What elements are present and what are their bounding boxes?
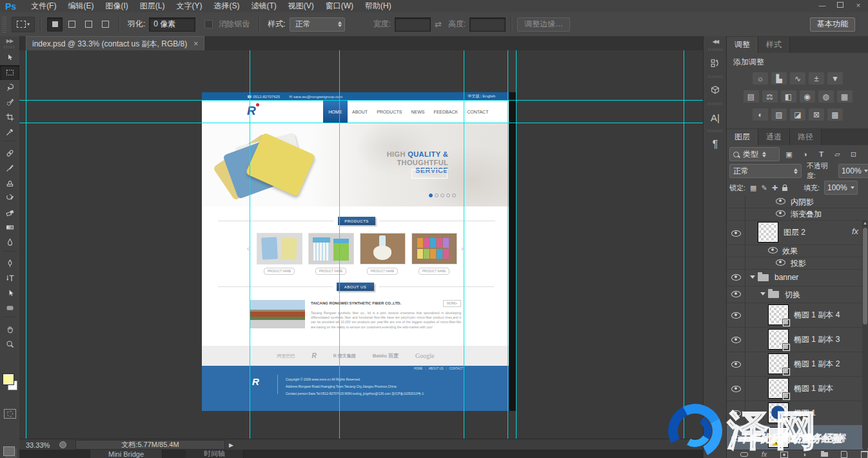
shape-layer-thumbnail[interactable] [768, 304, 789, 325]
posterize-icon[interactable]: ▨ [771, 108, 787, 121]
menu-item-layer[interactable]: 图层(L) [134, 1, 171, 12]
eye-icon[interactable] [731, 435, 741, 441]
minimize-icon[interactable]: — [815, 1, 829, 9]
delete-layer-icon[interactable] [860, 451, 868, 458]
hand-tool[interactable] [0, 322, 19, 337]
eye-icon[interactable] [776, 210, 785, 217]
hue-saturation-icon[interactable]: ▤ [744, 90, 759, 103]
tab-layers[interactable]: 图层 [727, 129, 758, 145]
crop-tool[interactable] [0, 110, 19, 124]
move-tool[interactable] [0, 50, 19, 65]
swap-dimensions-icon[interactable]: ⇄ [435, 19, 442, 29]
selection-subtract-button[interactable] [81, 17, 96, 32]
selection-intersect-button[interactable] [97, 17, 113, 32]
brush-tool[interactable] [0, 161, 19, 175]
status-menu-arrow-icon[interactable]: ▶ [229, 442, 233, 448]
eye-icon[interactable] [768, 247, 778, 254]
lock-transparency-icon[interactable]: ▦ [750, 184, 756, 192]
eye-icon[interactable] [731, 230, 741, 237]
tab-paths[interactable]: 路径 [790, 129, 822, 145]
adjustment-layer-icon[interactable]: ◑ [800, 451, 809, 458]
exposure-icon[interactable]: ± [809, 72, 824, 85]
curves-icon[interactable]: ∿ [790, 72, 805, 85]
scroll-up-icon[interactable]: ▲ [863, 221, 867, 225]
tab-styles[interactable]: 样式 [758, 37, 790, 53]
tool-preset-picker[interactable]: ▾ [12, 17, 35, 32]
workspace-button[interactable]: 基本功能 [810, 17, 855, 32]
canvas-area[interactable]: ☎ 0512-82707625 ✉ sara.wu@rongweigroup.c… [19, 50, 703, 439]
layer-effect-row-drop-shadow[interactable]: 投影 [727, 257, 868, 270]
vibrance-icon[interactable]: ▼ [827, 72, 843, 85]
eye-icon[interactable] [731, 386, 741, 392]
eye-icon[interactable] [731, 361, 741, 368]
tab-close-icon[interactable]: × [193, 39, 198, 48]
guide-horizontal-2[interactable] [19, 123, 703, 123]
invert-icon[interactable]: ◐ [753, 108, 768, 121]
guide-vertical-1[interactable] [26, 50, 26, 439]
antialias-checkbox[interactable] [204, 20, 213, 28]
menu-item-help[interactable]: 帮助(H) [359, 1, 397, 12]
threshold-icon[interactable]: ◪ [790, 108, 805, 121]
collapse-triangle-icon[interactable] [750, 275, 755, 279]
layer-row-ellipse-copy2[interactable]: 椭圆 1 副本 2 [727, 352, 868, 377]
eye-icon[interactable] [731, 291, 741, 297]
selection-new-button[interactable] [47, 17, 63, 32]
layer-row-layer2[interactable]: 图层 2 fx [727, 220, 868, 245]
gradient-map-icon[interactable]: ▩ [827, 108, 843, 121]
filter-pixel-layers-icon[interactable]: ▣ [784, 149, 794, 160]
layer-effect-row-inner-shadow[interactable]: 内阴影 [727, 195, 868, 208]
menu-item-filter[interactable]: 滤镜(T) [245, 1, 282, 12]
blend-mode-dropdown[interactable]: 正常 [729, 164, 802, 178]
eye-icon[interactable] [776, 259, 785, 266]
height-input[interactable] [469, 17, 506, 32]
screen-mode-button[interactable] [3, 446, 15, 456]
rectangular-marquee-tool[interactable] [0, 65, 19, 80]
brightness-contrast-icon[interactable]: ☼ [753, 72, 768, 85]
clone-stamp-tool[interactable] [0, 175, 19, 190]
collapse-dock-icon[interactable]: ◀◀ [704, 36, 727, 46]
eye-icon[interactable] [731, 410, 741, 417]
restore-icon[interactable] [833, 1, 847, 9]
channel-mixer-icon[interactable]: ◍ [818, 90, 834, 103]
new-group-icon[interactable] [820, 451, 829, 458]
guide-horizontal-1[interactable] [19, 100, 703, 101]
filter-adjustment-layers-icon[interactable]: ◑ [800, 149, 811, 160]
lasso-tool[interactable] [0, 80, 19, 95]
eyedropper-tool[interactable] [0, 124, 19, 139]
layer-row-contact-us-copy[interactable]: T contact us 副本 [727, 425, 868, 450]
lock-position-icon[interactable]: ✚ [772, 184, 778, 192]
guide-vertical-2[interactable] [250, 50, 250, 439]
foreground-color-swatch[interactable] [3, 374, 14, 384]
guide-vertical-6[interactable] [516, 50, 517, 439]
layer-row-ellipse1[interactable]: 椭圆 1 [727, 401, 868, 426]
menu-item-file[interactable]: 文件(F) [25, 1, 62, 12]
menu-item-image[interactable]: 图像(I) [99, 1, 133, 12]
tab-channels[interactable]: 通道 [758, 129, 790, 145]
layer-effect-row-gradient-overlay[interactable]: 渐变叠加 [727, 208, 868, 221]
group-row-banner[interactable]: banner [727, 269, 868, 286]
shape-layer-thumbnail[interactable] [768, 378, 789, 399]
layer-row-ellipse-copy4[interactable]: 椭圆 1 副本 4 [727, 303, 868, 328]
guide-vertical-7[interactable] [684, 50, 684, 439]
levels-icon[interactable]: ▙ [771, 72, 787, 85]
eraser-tool[interactable] [0, 205, 19, 220]
width-input[interactable] [395, 17, 431, 32]
gradient-tool[interactable] [0, 220, 19, 235]
filter-type-layers-icon[interactable]: T [816, 149, 827, 160]
quick-mask-button[interactable] [4, 409, 16, 419]
group-row-qiehuan[interactable]: 切换 [727, 286, 868, 303]
feather-input[interactable]: 0 像素 [149, 17, 195, 32]
photo-filter-icon[interactable]: ◉ [800, 90, 815, 103]
fill-value[interactable]: 100% [824, 181, 858, 195]
zoom-tool[interactable] [0, 337, 19, 352]
expand-tools-icon[interactable]: ▶▶ [0, 36, 19, 44]
history-brush-tool[interactable] [0, 190, 19, 205]
close-icon[interactable]: × [851, 1, 865, 9]
menu-item-window[interactable]: 窗口(W) [320, 1, 359, 12]
healing-brush-tool[interactable] [0, 146, 19, 161]
guide-vertical-3[interactable] [339, 50, 340, 439]
shape-tool[interactable] [0, 301, 19, 315]
filter-shape-layers-icon[interactable]: ▱ [832, 149, 843, 160]
guide-vertical-4[interactable] [464, 50, 464, 439]
eye-icon[interactable] [731, 337, 741, 343]
